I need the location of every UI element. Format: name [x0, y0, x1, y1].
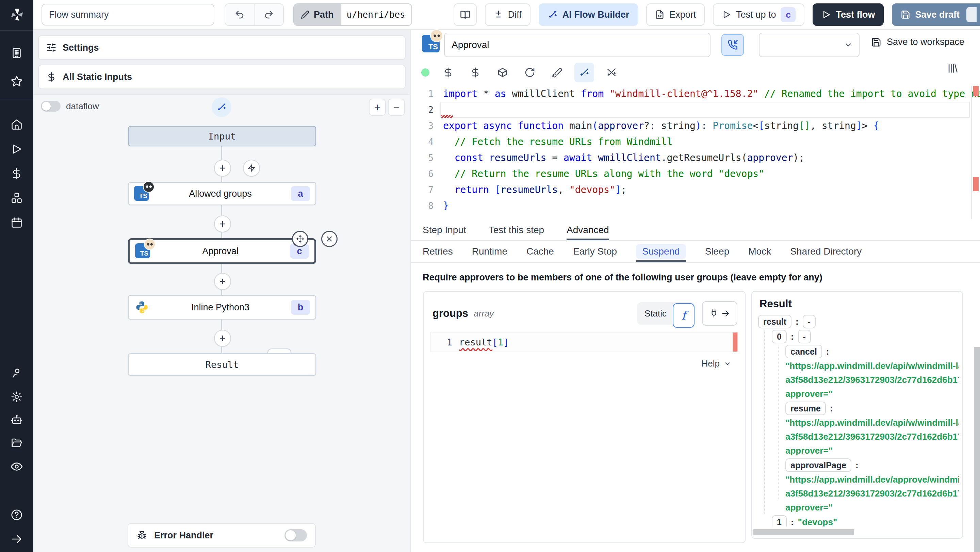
- suspend-phone-button[interactable]: [721, 34, 744, 56]
- static-toggle[interactable]: Static f: [637, 302, 695, 325]
- step-name-input[interactable]: [444, 33, 711, 57]
- add-step-button[interactable]: [214, 330, 231, 347]
- json-string-value: "devops": [798, 515, 837, 527]
- code-line[interactable]: 3export async function main(approver?: s…: [411, 118, 980, 134]
- tab-runtime[interactable]: Runtime: [472, 241, 508, 262]
- expand-sidebar-arrow-icon[interactable]: [11, 533, 23, 545]
- flow-node-result[interactable]: Result: [128, 353, 316, 376]
- ai-assist-off-button[interactable]: [601, 63, 621, 82]
- code-line[interactable]: 4 // Fetch the resume URLs from Windmill: [411, 134, 980, 150]
- code-line[interactable]: 1import * as wmillClient from "windmill-…: [411, 86, 980, 102]
- variables-button[interactable]: [438, 63, 458, 82]
- reload-button[interactable]: [520, 63, 540, 82]
- json-key-badge[interactable]: 0: [772, 330, 787, 344]
- tab-advanced[interactable]: Advanced: [566, 220, 609, 240]
- test-flow-button[interactable]: Test flow: [813, 3, 884, 26]
- json-colon: :: [826, 344, 829, 359]
- flow-settings-button[interactable]: Settings: [38, 35, 406, 60]
- test-up-to-button[interactable]: Test up to c: [713, 3, 804, 26]
- workspace-building-icon[interactable]: [11, 47, 23, 59]
- add-step-button[interactable]: [214, 160, 231, 177]
- json-string-value: approver=": [785, 387, 833, 401]
- connect-input-button[interactable]: [702, 301, 737, 326]
- undo-button[interactable]: [225, 4, 255, 25]
- json-key-badge[interactable]: approvalPage: [785, 458, 851, 472]
- horizontal-scrollbar[interactable]: [753, 529, 854, 535]
- delete-step-button[interactable]: [321, 231, 337, 247]
- code-editor[interactable]: 1import * as wmillClient from "windmill-…: [411, 86, 980, 219]
- error-handler-toggle[interactable]: [285, 529, 307, 541]
- redo-button[interactable]: [255, 4, 283, 25]
- resources-boxes-icon[interactable]: [11, 192, 23, 204]
- json-key-badge[interactable]: -: [803, 315, 816, 328]
- ai-assist-button[interactable]: [574, 63, 594, 82]
- window-scrollbar[interactable]: [974, 347, 980, 552]
- tab-test-this-step[interactable]: Test this step: [488, 220, 544, 240]
- flow-node-allowed-groups[interactable]: TS Allowed groups a: [128, 182, 316, 205]
- tab-sleep[interactable]: Sleep: [705, 241, 730, 262]
- library-button[interactable]: [947, 63, 958, 74]
- home-icon[interactable]: [11, 118, 23, 131]
- tab-shared-directory[interactable]: Shared Directory: [790, 241, 862, 262]
- ai-wand-button[interactable]: [212, 97, 231, 117]
- runs-play-icon[interactable]: [11, 143, 23, 155]
- tab-early-stop[interactable]: Early Stop: [573, 241, 617, 262]
- variables-dollar-icon[interactable]: [11, 167, 23, 180]
- flow-node-inline-python3[interactable]: Inline Python3 b: [128, 295, 316, 320]
- zoom-in-button[interactable]: +: [369, 99, 386, 116]
- schedules-calendar-icon[interactable]: [11, 216, 23, 229]
- format-button[interactable]: [547, 63, 567, 82]
- json-key-badge[interactable]: resume: [785, 402, 826, 415]
- resources-button[interactable]: [466, 63, 485, 82]
- docs-button[interactable]: [453, 3, 477, 26]
- code-line[interactable]: 8}: [411, 198, 980, 214]
- tab-step-input[interactable]: Step Input: [423, 220, 466, 240]
- export-button[interactable]: Export: [646, 3, 705, 26]
- user-icon[interactable]: [11, 367, 23, 379]
- code-line[interactable]: 7 return [resumeUrls, "devops"];: [411, 182, 980, 198]
- save-draft-button[interactable]: Save draft: [892, 3, 980, 26]
- help-icon[interactable]: [10, 508, 23, 521]
- groups-expression-editor[interactable]: 1 result[1]: [430, 332, 738, 352]
- tab-cache[interactable]: Cache: [527, 241, 554, 262]
- tab-suspend[interactable]: Suspend: [636, 241, 686, 262]
- zoom-out-button[interactable]: −: [388, 99, 405, 116]
- all-static-inputs-button[interactable]: All Static Inputs: [38, 65, 406, 89]
- tab-mock[interactable]: Mock: [748, 241, 771, 262]
- settings-gear-icon[interactable]: [11, 391, 23, 403]
- save-to-workspace-button[interactable]: Save to workspace: [871, 37, 964, 47]
- workers-robot-icon[interactable]: [11, 414, 23, 426]
- json-key-badge[interactable]: -: [798, 330, 811, 344]
- add-trigger-button[interactable]: [243, 160, 260, 177]
- tab-retries[interactable]: Retries: [423, 241, 453, 262]
- path-button[interactable]: Path u/henri/bes: [293, 3, 412, 26]
- dataflow-toggle[interactable]: [41, 101, 60, 111]
- favorites-star-icon[interactable]: [10, 75, 23, 88]
- json-key-badge[interactable]: result: [758, 315, 791, 328]
- dataflow-label: dataflow: [66, 101, 99, 111]
- json-key-badge[interactable]: cancel: [785, 345, 822, 358]
- arrow-right-icon: [721, 309, 730, 318]
- audit-eye-icon[interactable]: [10, 460, 23, 473]
- flow-node-input[interactable]: Input: [128, 126, 316, 146]
- ai-flow-builder-button[interactable]: AI Flow Builder: [539, 3, 638, 26]
- function-mode-button[interactable]: f: [673, 303, 695, 328]
- flow-canvas[interactable]: dataflow + − Input TS: [33, 94, 410, 552]
- windmill-logo-icon[interactable]: [8, 6, 25, 24]
- code-line[interactable]: 2: [411, 102, 980, 118]
- add-step-button[interactable]: [214, 273, 231, 290]
- move-step-button[interactable]: [292, 231, 308, 247]
- code-line[interactable]: 6 // Return the resume URLs along with t…: [411, 166, 980, 182]
- flow-node-approval-selected[interactable]: TS Approval c: [128, 238, 316, 264]
- flow-summary-input[interactable]: [41, 4, 215, 25]
- diff-button[interactable]: Diff: [485, 3, 530, 26]
- folders-icon[interactable]: [11, 437, 23, 449]
- json-key-badge[interactable]: 1: [772, 515, 787, 527]
- error-handler-card[interactable]: Error Handler: [127, 523, 316, 547]
- add-step-button[interactable]: [214, 215, 231, 232]
- package-button[interactable]: [493, 63, 512, 82]
- template-select[interactable]: [759, 33, 859, 57]
- code-line[interactable]: 5 const resumeUrls = await wmillClient.g…: [411, 150, 980, 166]
- json-tree[interactable]: result:-0:-cancel:"https://app.windmill.…: [752, 314, 959, 527]
- help-dropdown[interactable]: Help: [702, 358, 731, 369]
